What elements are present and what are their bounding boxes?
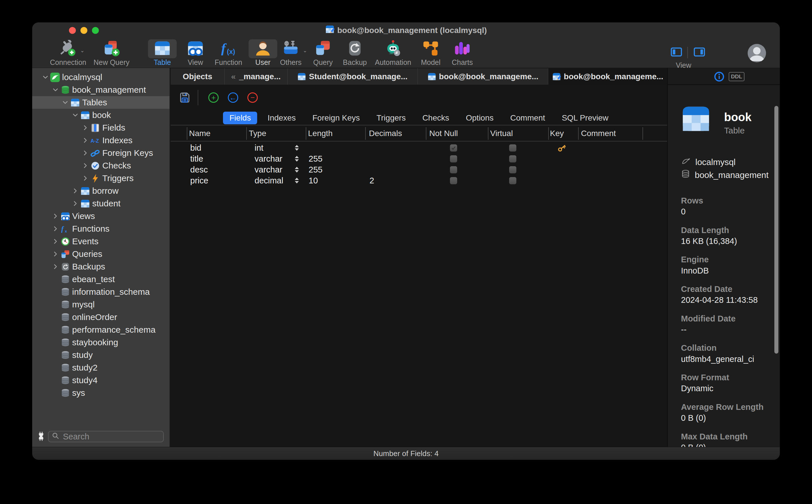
info-icon[interactable] [714,71,725,83]
field-decimals[interactable]: 2 [370,175,374,186]
column-header-key[interactable]: Key [550,125,564,141]
insert-field-icon[interactable]: ← [227,91,239,104]
section-tab-foreign-keys[interactable]: Foreign Keys [306,112,366,124]
not-null-checkbox[interactable] [450,166,457,173]
tree-item-study[interactable]: study [32,349,169,361]
chevron-right-icon[interactable] [82,175,89,182]
column-divider[interactable] [306,127,306,140]
tree-item-information-schema[interactable]: information_schema [32,286,169,298]
field-row-bid[interactable]: bidint [171,142,667,153]
field-name[interactable]: price [190,175,208,186]
toolbar-item-automation[interactable]: Automation [374,39,412,67]
tree-item-fields[interactable]: Fields [32,121,169,134]
tree-item-events[interactable]: Events [32,235,169,248]
toolbar-item-backup[interactable]: Backup [336,39,374,67]
toolbar-item-others[interactable]: ⌄Others [272,39,310,67]
toolbar-item-view[interactable]: View [177,39,214,67]
section-tab-options[interactable]: Options [459,112,500,124]
chevron-down-icon[interactable] [61,99,69,106]
column-divider[interactable] [548,127,549,140]
sidebar-search[interactable] [48,431,164,442]
tree-item-localmysql[interactable]: localmysql [32,71,169,84]
tree-item-onlineorder[interactable]: onlineOrder [32,311,169,323]
scrollbar-thumb[interactable] [774,106,778,354]
toggle-left-panel-icon[interactable] [671,46,682,59]
add-field-icon[interactable]: + [207,91,220,104]
chevron-down-icon[interactable] [52,86,59,94]
chevron-right-icon[interactable] [82,137,89,144]
tree-item-book[interactable]: book [32,109,169,121]
tree-item-sys[interactable]: sys [32,387,169,399]
tree-item-checks[interactable]: Checks [32,159,169,172]
tree-item-performance-schema[interactable]: performance_schema [32,323,169,336]
delete-field-icon[interactable]: − [246,91,259,104]
tree-item-functions[interactable]: fxFunctions [32,222,169,235]
column-header-type[interactable]: Type [249,125,266,141]
toolbar-item-table[interactable]: Table [144,39,181,67]
tree-item-borrow[interactable]: borrow [32,185,169,197]
field-type-select[interactable]: varchar [255,153,283,164]
search-input[interactable] [62,432,148,442]
chevron-down-icon[interactable] [42,73,49,81]
chevron-right-icon[interactable] [52,238,59,245]
field-length[interactable]: 10 [309,175,318,186]
column-header-virtual[interactable]: Virtual [490,125,513,141]
chevron-right-icon[interactable] [71,200,79,207]
chevron-right-icon[interactable] [52,263,59,270]
tree-item-ebean-test[interactable]: ebean_test [32,273,169,286]
user-avatar[interactable] [748,44,766,62]
type-stepper[interactable] [294,155,300,162]
section-tab-checks[interactable]: Checks [416,112,455,124]
ddl-tab[interactable]: DDL [729,72,745,81]
section-tab-indexes[interactable]: Indexes [261,112,302,124]
tree-item-triggers[interactable]: Triggers [32,172,169,185]
column-header-decimals[interactable]: Decimals [369,125,402,141]
chevron-right-icon[interactable] [52,250,59,258]
tree-item-mysql[interactable]: mysql [32,298,169,311]
column-header-not-null[interactable]: Not Null [429,125,458,141]
chevron-right-icon[interactable] [52,212,59,220]
tree-item-foreign-keys[interactable]: Foreign Keys [32,147,169,159]
column-divider[interactable] [246,127,247,140]
column-divider[interactable] [643,127,643,140]
field-length[interactable]: 255 [309,153,322,164]
chevron-right-icon[interactable] [82,124,89,131]
toolbar-item-charts[interactable]: Charts [444,39,481,67]
column-header-name[interactable]: Name [189,125,211,141]
tree-item-backups[interactable]: Backups [32,260,169,273]
virtual-checkbox[interactable] [509,144,516,152]
virtual-checkbox[interactable] [509,166,516,173]
section-tab-sql-preview[interactable]: SQL Preview [555,112,615,124]
tree-item-study2[interactable]: study2 [32,361,169,374]
column-header-comment[interactable]: Comment [581,125,616,141]
tree-item-indexes[interactable]: A-ZIndexes [32,134,169,147]
save-icon[interactable] [178,91,191,104]
field-type-select[interactable]: int [255,142,264,153]
column-divider[interactable] [578,127,579,140]
chevron-right-icon[interactable] [82,149,89,157]
tree-item-study4[interactable]: study4 [32,374,169,387]
column-divider[interactable] [365,127,366,140]
field-type-select[interactable]: decimal [255,175,283,186]
field-name[interactable]: bid [190,142,201,153]
column-divider[interactable] [488,127,488,140]
section-tab-triggers[interactable]: Triggers [370,112,412,124]
type-stepper[interactable] [294,166,300,173]
field-row-desc[interactable]: descvarchar255 [171,164,667,175]
tab-book-book-manageme-[interactable]: book@book_manageme... [418,68,548,85]
chevron-right-icon[interactable] [52,225,59,232]
field-row-price[interactable]: pricedecimal102 [171,175,667,186]
type-stepper[interactable] [294,144,300,152]
tree-item-views[interactable]: Views [32,210,169,222]
field-length[interactable]: 255 [309,164,322,175]
not-null-checkbox[interactable] [450,177,457,184]
field-type-select[interactable]: varchar [255,164,283,175]
column-header-length[interactable]: Length [308,125,333,141]
tab-objects[interactable]: Objects [171,68,225,85]
toolbar-item-new-query[interactable]: New Query [93,39,130,67]
column-divider[interactable] [426,127,426,140]
virtual-checkbox[interactable] [509,155,516,162]
connection-plug-icon[interactable] [36,431,46,442]
chevron-right-icon[interactable] [82,162,89,169]
collapse-tabs-icon[interactable]: « [231,72,236,81]
